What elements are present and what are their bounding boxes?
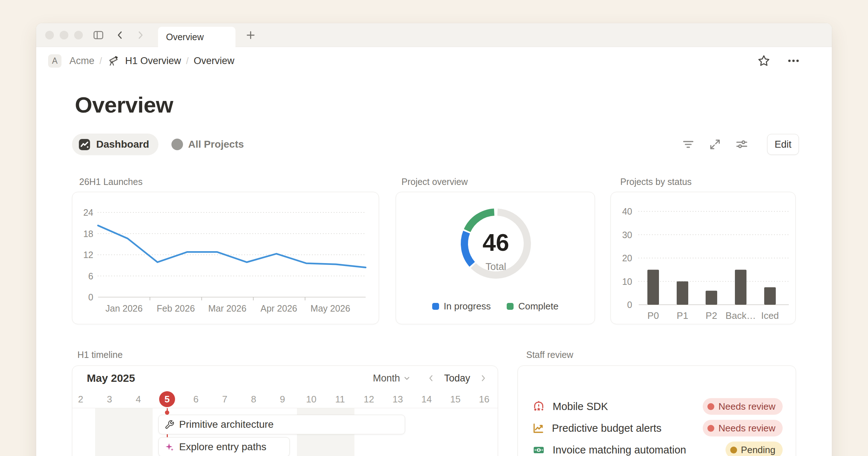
timeline-section-title: H1 timeline (77, 350, 123, 360)
svg-text:24: 24 (83, 207, 93, 218)
window-tab-bar: Overview (36, 23, 832, 47)
calendar-day[interactable]: 13 (383, 390, 412, 408)
legend-item-complete: Complete (507, 301, 558, 312)
app-window: Overview A Acme / H1 Overview / (36, 23, 832, 456)
breadcrumb-separator: / (186, 56, 189, 66)
staff-item-label: Invoice matching automation (553, 444, 686, 456)
next-month-chevron-icon[interactable] (479, 374, 488, 383)
window-close-button[interactable] (45, 31, 54, 39)
breadcrumb-current[interactable]: Overview (191, 54, 237, 68)
chevron-down-icon (403, 374, 411, 382)
tab-title: Overview (166, 32, 204, 42)
calendar-day[interactable]: 10 (297, 390, 326, 408)
timeline-body: Primitive architectureExplore entry path… (72, 408, 498, 456)
workspace-avatar[interactable]: A (48, 54, 61, 68)
calendar-day[interactable]: 4 (124, 390, 153, 408)
forward-chevron-icon[interactable] (133, 28, 148, 42)
svg-text:6: 6 (88, 271, 93, 281)
screenshot-stage: Overview A Acme / H1 Overview / (0, 0, 868, 456)
staff-review-list: Mobile SDKNeeds reviewPredictive budget … (518, 366, 796, 456)
status-badge[interactable]: Pending (726, 442, 783, 456)
staff-item-label: Predictive budget alerts (552, 422, 661, 434)
timeline-card: May 2025 Month Today 2345678910111213141… (72, 366, 498, 456)
legend-item-in-progress: In progress (432, 301, 491, 312)
calendar-day[interactable]: 3 (95, 390, 124, 408)
weekend-band (95, 408, 153, 456)
staff-review-card: Mobile SDKNeeds reviewPredictive budget … (518, 366, 796, 456)
legend-label: In progress (444, 301, 491, 312)
legend-label: Complete (518, 301, 558, 312)
window-minimize-button[interactable] (60, 31, 68, 39)
trend-chart-icon (532, 422, 544, 434)
timeline-event[interactable]: Explore entry paths (158, 437, 290, 456)
chart-zigzag-icon (78, 138, 91, 151)
staff-review-section-title: Staff review (526, 350, 573, 360)
sidebar-toggle-icon[interactable] (91, 28, 106, 42)
project-overview-donut-card: 46Total In progressComplete (396, 192, 595, 324)
status-label: Pending (741, 444, 775, 456)
timeline-event-label: Explore entry paths (179, 441, 266, 453)
window-zoom-button[interactable] (74, 31, 83, 39)
donut-legend: In progressComplete (396, 301, 595, 312)
staff-review-row[interactable]: Predictive budget alertsNeeds review (532, 417, 783, 439)
svg-text:10: 10 (622, 276, 632, 287)
svg-text:P1: P1 (677, 310, 688, 321)
new-tab-plus-icon[interactable] (243, 28, 258, 42)
expand-icon[interactable] (707, 136, 723, 152)
calendar-day[interactable]: 11 (326, 390, 354, 408)
calendar-day[interactable]: 2 (72, 390, 95, 408)
launches-section-title: 26H1 Launches (79, 177, 142, 187)
calendar-day-today[interactable]: 5 (153, 390, 182, 408)
page-title: Overview (75, 92, 173, 118)
calendar-day[interactable]: 12 (354, 390, 383, 408)
timeline-event[interactable]: Primitive architecture (158, 415, 405, 434)
calendar-day[interactable]: 8 (239, 390, 268, 408)
launches-line-chart: 24181260Jan 2026Feb 2026Mar 2026Apr 2026… (72, 192, 379, 324)
timeline-dates-row: 2345678910111213141516 (72, 390, 498, 408)
status-badge[interactable]: Needs review (703, 398, 783, 415)
svg-text:Apr 2026: Apr 2026 (260, 303, 297, 313)
breadcrumb-parent[interactable]: H1 Overview (122, 54, 184, 68)
staff-review-row[interactable]: Invoice matching automationPending (532, 439, 783, 456)
prev-month-chevron-icon[interactable] (427, 374, 435, 383)
svg-text:Feb 2026: Feb 2026 (157, 303, 195, 313)
status-label: Needs review (718, 423, 775, 434)
carousel-icon (532, 400, 545, 413)
timeline-event-label: Primitive architecture (179, 419, 273, 430)
gray-dot-icon (171, 139, 183, 150)
staff-review-row[interactable]: Mobile SDKNeeds review (532, 396, 783, 417)
svg-text:Back…: Back… (726, 310, 756, 321)
calendar-day[interactable]: 14 (412, 390, 441, 408)
filter-icon[interactable] (680, 136, 696, 152)
calendar-day[interactable]: 6 (182, 390, 210, 408)
view-tab-dashboard[interactable]: Dashboard (72, 134, 158, 155)
calendar-day[interactable]: 9 (268, 390, 297, 408)
status-badge[interactable]: Needs review (703, 420, 783, 436)
calendar-day[interactable]: 15 (441, 390, 470, 408)
edit-button[interactable]: Edit (767, 134, 799, 155)
svg-text:Jan 2026: Jan 2026 (106, 303, 143, 313)
more-options-icon[interactable] (786, 53, 801, 69)
banknote-icon (532, 444, 545, 456)
projects-by-status-bar-chart: 010203040P0P1P2Back…Iced (611, 192, 795, 324)
calendar-day[interactable]: 7 (210, 390, 239, 408)
status-dot-icon (707, 425, 714, 432)
svg-text:May 2026: May 2026 (311, 303, 350, 313)
status-dot-icon (707, 403, 714, 410)
today-button[interactable]: Today (442, 371, 472, 385)
launches-line-chart-card: 24181260Jan 2026Feb 2026Mar 2026Apr 2026… (72, 192, 379, 324)
breadcrumb-workspace[interactable]: Acme (67, 54, 97, 68)
back-chevron-icon[interactable] (113, 28, 127, 42)
sliders-icon[interactable] (734, 136, 750, 152)
svg-text:46: 46 (482, 229, 509, 256)
favorite-star-icon[interactable] (756, 53, 772, 69)
svg-text:P2: P2 (706, 310, 717, 321)
tab-overview[interactable]: Overview (158, 27, 235, 47)
timeline-view-selector[interactable]: Month (370, 371, 414, 386)
calendar-day[interactable]: 16 (470, 390, 498, 408)
view-tab-all-projects[interactable]: All Projects (168, 134, 253, 155)
view-tabs-row: Dashboard All Projects (72, 133, 799, 156)
projects-by-status-section-title: Projects by status (620, 177, 692, 187)
svg-text:P0: P0 (647, 310, 659, 321)
breadcrumb: A Acme / H1 Overview / Overview (36, 47, 832, 75)
